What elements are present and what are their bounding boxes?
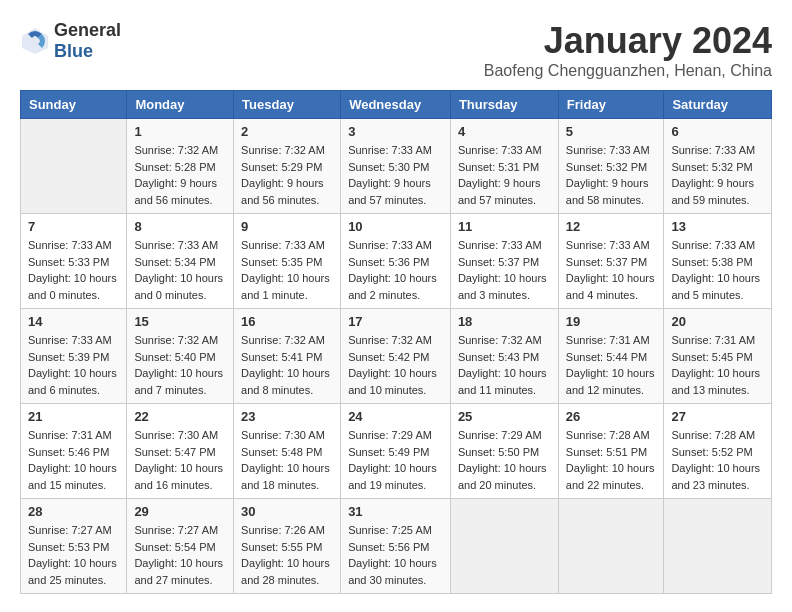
table-row <box>558 499 664 594</box>
table-row: 30 Sunrise: 7:26 AMSunset: 5:55 PMDaylig… <box>234 499 341 594</box>
table-row: 1 Sunrise: 7:32 AMSunset: 5:28 PMDayligh… <box>127 119 234 214</box>
table-row: 26 Sunrise: 7:28 AMSunset: 5:51 PMDaylig… <box>558 404 664 499</box>
table-row: 18 Sunrise: 7:32 AMSunset: 5:43 PMDaylig… <box>450 309 558 404</box>
calendar-week-3: 21 Sunrise: 7:31 AMSunset: 5:46 PMDaylig… <box>21 404 772 499</box>
title-section: January 2024 Baofeng Chengguanzhen, Hena… <box>484 20 772 80</box>
table-row: 15 Sunrise: 7:32 AMSunset: 5:40 PMDaylig… <box>127 309 234 404</box>
header-friday: Friday <box>558 91 664 119</box>
day-number: 13 <box>671 219 764 234</box>
day-number: 11 <box>458 219 551 234</box>
day-info: Sunrise: 7:33 AMSunset: 5:31 PMDaylight:… <box>458 144 542 206</box>
table-row: 11 Sunrise: 7:33 AMSunset: 5:37 PMDaylig… <box>450 214 558 309</box>
day-info: Sunrise: 7:33 AMSunset: 5:30 PMDaylight:… <box>348 144 432 206</box>
day-number: 28 <box>28 504 119 519</box>
day-info: Sunrise: 7:27 AMSunset: 5:54 PMDaylight:… <box>134 524 223 586</box>
day-number: 30 <box>241 504 333 519</box>
table-row: 21 Sunrise: 7:31 AMSunset: 5:46 PMDaylig… <box>21 404 127 499</box>
table-row: 7 Sunrise: 7:33 AMSunset: 5:33 PMDayligh… <box>21 214 127 309</box>
day-number: 20 <box>671 314 764 329</box>
day-number: 19 <box>566 314 657 329</box>
table-row: 4 Sunrise: 7:33 AMSunset: 5:31 PMDayligh… <box>450 119 558 214</box>
day-info: Sunrise: 7:32 AMSunset: 5:42 PMDaylight:… <box>348 334 437 396</box>
day-info: Sunrise: 7:31 AMSunset: 5:44 PMDaylight:… <box>566 334 655 396</box>
table-row: 14 Sunrise: 7:33 AMSunset: 5:39 PMDaylig… <box>21 309 127 404</box>
day-number: 3 <box>348 124 443 139</box>
day-info: Sunrise: 7:26 AMSunset: 5:55 PMDaylight:… <box>241 524 330 586</box>
day-info: Sunrise: 7:33 AMSunset: 5:39 PMDaylight:… <box>28 334 117 396</box>
table-row: 6 Sunrise: 7:33 AMSunset: 5:32 PMDayligh… <box>664 119 772 214</box>
day-number: 27 <box>671 409 764 424</box>
header: General Blue January 2024 Baofeng Chengg… <box>20 20 772 80</box>
table-row: 17 Sunrise: 7:32 AMSunset: 5:42 PMDaylig… <box>341 309 451 404</box>
table-row: 29 Sunrise: 7:27 AMSunset: 5:54 PMDaylig… <box>127 499 234 594</box>
logo-icon <box>20 26 50 56</box>
header-monday: Monday <box>127 91 234 119</box>
header-wednesday: Wednesday <box>341 91 451 119</box>
day-info: Sunrise: 7:33 AMSunset: 5:34 PMDaylight:… <box>134 239 223 301</box>
table-row: 19 Sunrise: 7:31 AMSunset: 5:44 PMDaylig… <box>558 309 664 404</box>
day-number: 14 <box>28 314 119 329</box>
day-number: 15 <box>134 314 226 329</box>
day-info: Sunrise: 7:32 AMSunset: 5:28 PMDaylight:… <box>134 144 218 206</box>
day-info: Sunrise: 7:33 AMSunset: 5:35 PMDaylight:… <box>241 239 330 301</box>
day-info: Sunrise: 7:32 AMSunset: 5:29 PMDaylight:… <box>241 144 325 206</box>
table-row: 8 Sunrise: 7:33 AMSunset: 5:34 PMDayligh… <box>127 214 234 309</box>
day-info: Sunrise: 7:31 AMSunset: 5:46 PMDaylight:… <box>28 429 117 491</box>
table-row: 9 Sunrise: 7:33 AMSunset: 5:35 PMDayligh… <box>234 214 341 309</box>
day-number: 2 <box>241 124 333 139</box>
day-number: 1 <box>134 124 226 139</box>
table-row: 25 Sunrise: 7:29 AMSunset: 5:50 PMDaylig… <box>450 404 558 499</box>
day-number: 22 <box>134 409 226 424</box>
table-row: 31 Sunrise: 7:25 AMSunset: 5:56 PMDaylig… <box>341 499 451 594</box>
table-row <box>664 499 772 594</box>
month-title: January 2024 <box>484 20 772 62</box>
table-row: 24 Sunrise: 7:29 AMSunset: 5:49 PMDaylig… <box>341 404 451 499</box>
calendar-header: Sunday Monday Tuesday Wednesday Thursday… <box>21 91 772 119</box>
day-info: Sunrise: 7:33 AMSunset: 5:37 PMDaylight:… <box>566 239 655 301</box>
calendar-week-2: 14 Sunrise: 7:33 AMSunset: 5:39 PMDaylig… <box>21 309 772 404</box>
day-info: Sunrise: 7:30 AMSunset: 5:47 PMDaylight:… <box>134 429 223 491</box>
day-number: 17 <box>348 314 443 329</box>
day-info: Sunrise: 7:33 AMSunset: 5:32 PMDaylight:… <box>566 144 650 206</box>
day-number: 25 <box>458 409 551 424</box>
day-number: 29 <box>134 504 226 519</box>
day-number: 7 <box>28 219 119 234</box>
calendar-week-1: 7 Sunrise: 7:33 AMSunset: 5:33 PMDayligh… <box>21 214 772 309</box>
day-info: Sunrise: 7:30 AMSunset: 5:48 PMDaylight:… <box>241 429 330 491</box>
logo-blue-text: Blue <box>54 41 121 62</box>
header-row: Sunday Monday Tuesday Wednesday Thursday… <box>21 91 772 119</box>
day-number: 18 <box>458 314 551 329</box>
day-info: Sunrise: 7:28 AMSunset: 5:52 PMDaylight:… <box>671 429 760 491</box>
day-info: Sunrise: 7:32 AMSunset: 5:43 PMDaylight:… <box>458 334 547 396</box>
header-thursday: Thursday <box>450 91 558 119</box>
header-saturday: Saturday <box>664 91 772 119</box>
calendar-week-0: 1 Sunrise: 7:32 AMSunset: 5:28 PMDayligh… <box>21 119 772 214</box>
day-info: Sunrise: 7:28 AMSunset: 5:51 PMDaylight:… <box>566 429 655 491</box>
calendar-table: Sunday Monday Tuesday Wednesday Thursday… <box>20 90 772 594</box>
table-row: 16 Sunrise: 7:32 AMSunset: 5:41 PMDaylig… <box>234 309 341 404</box>
table-row <box>21 119 127 214</box>
day-info: Sunrise: 7:33 AMSunset: 5:36 PMDaylight:… <box>348 239 437 301</box>
day-number: 16 <box>241 314 333 329</box>
table-row: 22 Sunrise: 7:30 AMSunset: 5:47 PMDaylig… <box>127 404 234 499</box>
day-info: Sunrise: 7:33 AMSunset: 5:32 PMDaylight:… <box>671 144 755 206</box>
day-info: Sunrise: 7:27 AMSunset: 5:53 PMDaylight:… <box>28 524 117 586</box>
day-info: Sunrise: 7:32 AMSunset: 5:40 PMDaylight:… <box>134 334 223 396</box>
location-title: Baofeng Chengguanzhen, Henan, China <box>484 62 772 80</box>
day-info: Sunrise: 7:25 AMSunset: 5:56 PMDaylight:… <box>348 524 437 586</box>
logo-general-text: General <box>54 20 121 41</box>
day-number: 9 <box>241 219 333 234</box>
table-row: 27 Sunrise: 7:28 AMSunset: 5:52 PMDaylig… <box>664 404 772 499</box>
day-number: 5 <box>566 124 657 139</box>
table-row: 10 Sunrise: 7:33 AMSunset: 5:36 PMDaylig… <box>341 214 451 309</box>
day-info: Sunrise: 7:29 AMSunset: 5:50 PMDaylight:… <box>458 429 547 491</box>
day-number: 31 <box>348 504 443 519</box>
table-row: 20 Sunrise: 7:31 AMSunset: 5:45 PMDaylig… <box>664 309 772 404</box>
table-row: 13 Sunrise: 7:33 AMSunset: 5:38 PMDaylig… <box>664 214 772 309</box>
table-row: 5 Sunrise: 7:33 AMSunset: 5:32 PMDayligh… <box>558 119 664 214</box>
calendar-week-4: 28 Sunrise: 7:27 AMSunset: 5:53 PMDaylig… <box>21 499 772 594</box>
day-number: 23 <box>241 409 333 424</box>
day-number: 24 <box>348 409 443 424</box>
day-number: 26 <box>566 409 657 424</box>
header-tuesday: Tuesday <box>234 91 341 119</box>
